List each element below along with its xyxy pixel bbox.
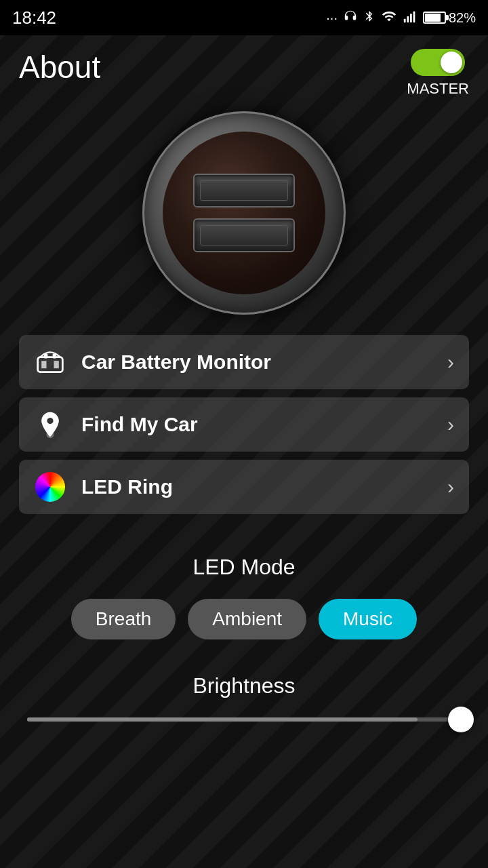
usb-port-inner-bottom — [200, 225, 288, 245]
usb-port-inner-top — [200, 180, 288, 201]
wifi-icon — [381, 9, 397, 27]
mode-buttons: Breath Ambient Music — [71, 599, 417, 639]
menu-item-led-ring[interactable]: LED Ring › — [19, 460, 469, 514]
svg-rect-6 — [54, 361, 59, 368]
status-icons: ··· — [326, 9, 476, 27]
svg-rect-0 — [404, 18, 406, 22]
header: About MASTER — [0, 35, 488, 104]
brightness-slider-track[interactable] — [27, 717, 461, 722]
signal-icon — [403, 9, 418, 27]
menu-item-car-battery[interactable]: Car Battery Monitor › — [19, 335, 469, 389]
dots-icon: ··· — [326, 10, 338, 26]
car-battery-icon — [34, 346, 66, 378]
bluetooth-icon — [363, 9, 375, 27]
svg-rect-3 — [413, 11, 415, 22]
usb-port-bottom — [193, 218, 295, 252]
breath-mode-button[interactable]: Breath — [71, 599, 176, 639]
brightness-section: Brightness — [0, 673, 488, 722]
battery-percent: 82% — [449, 10, 476, 26]
menu-list: Car Battery Monitor › Find My Car › LED … — [0, 335, 488, 514]
led-mode-section: LED Mode Breath Ambient Music — [0, 555, 488, 639]
car-battery-arrow: › — [447, 351, 454, 374]
ambient-mode-button[interactable]: Ambient — [188, 599, 306, 639]
svg-rect-5 — [41, 361, 46, 368]
device-inner — [163, 132, 325, 294]
find-car-arrow: › — [447, 413, 454, 436]
master-toggle[interactable] — [411, 49, 465, 76]
led-mode-title: LED Mode — [192, 555, 295, 580]
usb-port-top — [193, 174, 295, 208]
headphone-icon — [343, 9, 358, 27]
location-icon — [34, 408, 66, 441]
svg-rect-2 — [410, 14, 412, 22]
svg-rect-1 — [407, 16, 409, 22]
device-illustration — [0, 104, 488, 335]
color-wheel-icon — [34, 471, 66, 503]
brightness-title: Brightness — [192, 673, 295, 698]
about-title: About — [19, 49, 100, 85]
led-ring-arrow: › — [447, 475, 454, 498]
led-ring-label: LED Ring — [81, 475, 432, 498]
toggle-knob — [441, 52, 462, 73]
brightness-slider-fill — [27, 717, 418, 722]
svg-point-9 — [47, 431, 54, 438]
battery-indicator: 82% — [423, 10, 476, 26]
status-bar: 18:42 ··· — [0, 0, 488, 35]
car-battery-label: Car Battery Monitor — [81, 351, 432, 374]
master-label: MASTER — [407, 80, 469, 98]
music-mode-button[interactable]: Music — [319, 599, 417, 639]
find-car-label: Find My Car — [81, 413, 432, 436]
master-toggle-wrap: MASTER — [407, 49, 469, 98]
device-outer-ring — [142, 111, 346, 315]
menu-item-find-car[interactable]: Find My Car › — [19, 397, 469, 452]
status-time: 18:42 — [12, 7, 56, 28]
brightness-slider-thumb[interactable] — [448, 707, 474, 732]
